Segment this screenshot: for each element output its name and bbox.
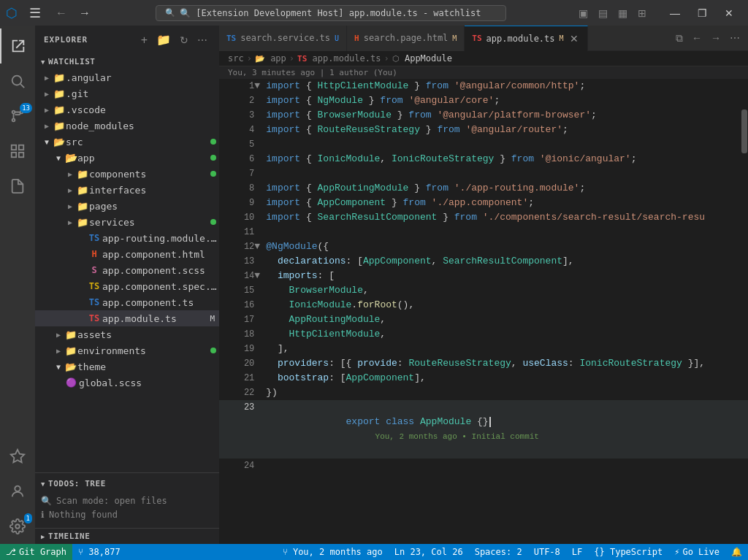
tree-item-app-routing[interactable]: TS app-routing.module.ts bbox=[35, 230, 219, 246]
environments-arrow-icon: ▶ bbox=[53, 347, 64, 355]
components-folder-icon: 📁 bbox=[76, 169, 89, 180]
code-editor[interactable]: 1 ▼ import { HttpClientModule } from '@a… bbox=[219, 79, 748, 544]
status-encoding[interactable]: UTF-8 bbox=[528, 544, 566, 560]
collapse-button[interactable]: ⋯ bbox=[194, 31, 210, 48]
scrollbar-thumb[interactable] bbox=[741, 110, 747, 153]
nav-back-button[interactable]: ← bbox=[50, 4, 73, 23]
activity-item-explorer[interactable] bbox=[0, 28, 35, 64]
tree-item-app-component-html[interactable]: H app.component.html bbox=[35, 246, 219, 262]
status-line-ending[interactable]: LF bbox=[566, 544, 588, 560]
watchlist-section[interactable]: ▼ WATCHLIST bbox=[35, 54, 219, 69]
status-go-live[interactable]: ⚡ Go Live bbox=[668, 544, 725, 560]
global-scss-label: global.scss bbox=[79, 377, 219, 388]
activity-item-extensions[interactable] bbox=[0, 134, 35, 169]
minimize-button[interactable]: — bbox=[661, 4, 689, 22]
breadcrumb-app[interactable]: 📂 app bbox=[255, 53, 286, 64]
tree-item-interfaces[interactable]: ▶ 📁 interfaces bbox=[35, 182, 219, 198]
code-line-20: 20 providers: [{ provide: RouteReuseStra… bbox=[219, 356, 748, 371]
tab-action-nav-forward[interactable]: → bbox=[709, 30, 723, 46]
status-git-stats[interactable]: ⑂ 38,877 bbox=[72, 544, 126, 560]
layout-buttons: ▣ ▤ ▦ ⊞ bbox=[574, 6, 651, 20]
breadcrumb-appmodule-class[interactable]: ⬡ AppModule bbox=[392, 53, 452, 64]
new-file-button[interactable]: + bbox=[138, 31, 150, 48]
tab-app-module-close-button[interactable]: ✕ bbox=[568, 34, 580, 44]
code-line-13: 13 declarations: [AppComponent, SearchRe… bbox=[219, 254, 748, 269]
svg-line-1 bbox=[20, 84, 24, 88]
status-blame[interactable]: ⑂ You, 2 months ago bbox=[277, 544, 389, 560]
tree-item-app-module[interactable]: TS app.module.ts M bbox=[35, 310, 219, 326]
todos-header[interactable]: ▼ TODOS: TREE bbox=[35, 476, 219, 491]
activity-item-files[interactable] bbox=[0, 169, 35, 204]
activity-item-git[interactable]: 13 bbox=[0, 99, 35, 134]
git-branch-icon: ⎇ bbox=[6, 547, 16, 557]
status-language[interactable]: {} TypeScript bbox=[588, 544, 668, 560]
code-line-12: 12 ▼ @NgModule({ bbox=[219, 239, 748, 254]
tree-item-src[interactable]: ▼ 📂 src bbox=[35, 134, 219, 150]
code-line-17: 17 AppRoutingModule, bbox=[219, 312, 748, 327]
app-module-label: app.module.ts bbox=[102, 313, 210, 324]
layout-btn-3[interactable]: ▦ bbox=[614, 6, 632, 20]
breadcrumb-src[interactable]: src bbox=[228, 53, 244, 64]
tree-item-vscode[interactable]: ▶ 📁 .vscode bbox=[35, 101, 219, 118]
angular-folder-icon: 📁 bbox=[53, 72, 66, 83]
close-button[interactable]: ✕ bbox=[716, 4, 742, 22]
tree-item-app-component-ts[interactable]: TS app.component.ts bbox=[35, 294, 219, 310]
refresh-button[interactable]: ↻ bbox=[177, 31, 191, 48]
status-git-branch[interactable]: ⎇ Git Graph bbox=[0, 544, 72, 560]
line-content-4: import { RouteReuseStrategy } from '@ang… bbox=[266, 123, 748, 137]
tree-item-node-modules[interactable]: ▶ 📁 node_modules bbox=[35, 118, 219, 134]
activity-item-deploy[interactable] bbox=[0, 439, 35, 474]
line-arrow-2 bbox=[254, 93, 266, 108]
svg-point-2 bbox=[12, 111, 15, 114]
tree-item-git[interactable]: ▶ 📁 .git bbox=[35, 85, 219, 101]
code-line-3: 3 import { BrowserModule } from '@angula… bbox=[219, 108, 748, 123]
status-position[interactable]: Ln 23, Col 26 bbox=[389, 544, 469, 560]
services-folder-icon: 📁 bbox=[76, 217, 89, 228]
tree-item-theme[interactable]: ▼ 📂 theme bbox=[35, 358, 219, 375]
tree-item-services[interactable]: ▶ 📁 services bbox=[35, 214, 219, 230]
tree-item-components[interactable]: ▶ 📁 components bbox=[35, 166, 219, 182]
activity-item-account[interactable] bbox=[0, 474, 35, 509]
tree-item-angular[interactable]: ▶ 📁 .angular bbox=[35, 69, 219, 85]
maximize-button[interactable]: ❐ bbox=[689, 4, 716, 22]
line-content-21: bootstrap: [AppComponent], bbox=[266, 371, 748, 386]
status-bell[interactable]: 🔔 bbox=[725, 544, 748, 560]
search-icon: 🔍 bbox=[165, 8, 175, 18]
line-content-23: export class AppModule {} You, 2 months … bbox=[266, 400, 748, 459]
new-folder-button[interactable]: 📁 bbox=[153, 31, 174, 48]
editor-scrollbar[interactable] bbox=[741, 95, 748, 387]
timeline-header[interactable]: ▶ TIMELINE bbox=[35, 529, 219, 544]
nav-forward-button[interactable]: → bbox=[73, 4, 96, 23]
tree-item-environments[interactable]: ▶ 📁 environments bbox=[35, 342, 219, 358]
breadcrumb-sep-1: › bbox=[247, 53, 252, 64]
layout-btn-1[interactable]: ▣ bbox=[574, 6, 592, 20]
app-scss-label: app.component.scss bbox=[102, 265, 219, 276]
tab-search-page-label: search.page.html bbox=[364, 33, 449, 43]
breadcrumb-app-module[interactable]: TS app.module.ts bbox=[297, 53, 381, 64]
tab-app-module-label: app.module.ts bbox=[486, 34, 555, 44]
tree-item-global-scss[interactable]: 🟣 global.scss bbox=[35, 375, 219, 391]
activity-item-settings[interactable]: 1 bbox=[0, 509, 35, 544]
status-spaces[interactable]: Spaces: 2 bbox=[469, 544, 528, 560]
layout-btn-4[interactable]: ⊞ bbox=[633, 6, 651, 20]
vscode-label: .vscode bbox=[66, 104, 219, 115]
line-num-5: 5 bbox=[219, 137, 254, 152]
tree-item-assets[interactable]: ▶ 📁 assets bbox=[35, 326, 219, 342]
app-module-bc-icon: TS bbox=[297, 54, 307, 64]
layout-btn-2[interactable]: ▤ bbox=[594, 6, 612, 20]
line-num-8: 8 bbox=[219, 181, 254, 196]
tab-action-nav-back[interactable]: ← bbox=[690, 30, 704, 46]
tree-item-app-component-scss[interactable]: S app.component.scss bbox=[35, 262, 219, 278]
tab-action-more[interactable]: ⋯ bbox=[728, 30, 742, 46]
activity-item-search[interactable] bbox=[0, 64, 35, 99]
tab-search-service[interactable]: TS search.service.ts U bbox=[219, 26, 347, 51]
tree-item-app[interactable]: ▼ 📂 app bbox=[35, 150, 219, 166]
code-line-6: 6 import { IonicModule, IonicRouteStrate… bbox=[219, 152, 748, 166]
tab-app-module[interactable]: TS app.module.ts M ✕ bbox=[465, 26, 587, 51]
menu-button[interactable]: ☰ bbox=[25, 4, 45, 23]
tab-search-page[interactable]: H search.page.html M bbox=[347, 26, 465, 51]
tab-action-split[interactable]: ⧉ bbox=[673, 30, 685, 47]
status-bar: ⎇ Git Graph ⑂ 38,877 ⑂ You, 2 months ago… bbox=[0, 544, 748, 560]
tree-item-app-component-spec[interactable]: TS app.component.spec.ts bbox=[35, 278, 219, 294]
tree-item-pages[interactable]: ▶ 📁 pages bbox=[35, 198, 219, 214]
